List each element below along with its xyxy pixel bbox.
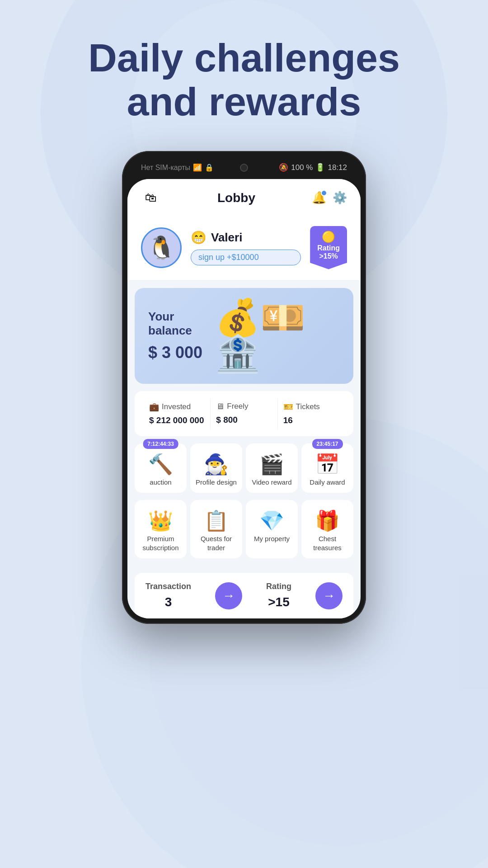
- tickets-value: 16: [283, 415, 339, 425]
- nav-rating: Rating >15: [266, 582, 291, 609]
- page-title: Daily challenges and rewards: [27, 36, 461, 124]
- activity-grid-row2: 👑 Premium subscription 📋 Quests for trad…: [135, 500, 353, 558]
- profile-design-icon: 🧙‍♂️: [195, 454, 238, 474]
- property-icon: 💎: [250, 511, 293, 531]
- profile-name-row: 😁 Valeri: [191, 230, 301, 245]
- quests-icon: 📋: [195, 511, 238, 531]
- bottom-nav: Transaction 3 → Rating >15 →: [135, 573, 353, 618]
- auction-icon: 🔨: [139, 454, 182, 474]
- auction-timer: 7:12:44:33: [143, 439, 178, 449]
- profile-section: 🐧 😁 Valeri sign up +$10000 🟡 Rating >15: [127, 217, 361, 281]
- video-reward-label: Video reward: [250, 478, 293, 487]
- header-title: Lobby: [217, 191, 255, 205]
- activity-chest-treasures[interactable]: 🎁 Chest treasures: [301, 500, 353, 558]
- transaction-label: Transaction: [145, 582, 191, 591]
- activity-my-property[interactable]: 💎 My property: [246, 500, 298, 558]
- transaction-value: 3: [145, 595, 191, 609]
- app-header: 🛍 Lobby 🔔 ⚙️: [127, 179, 361, 217]
- invested-value: $ 212 000 000: [149, 415, 205, 425]
- freely-icon: 🖥: [216, 402, 224, 411]
- activity-daily-award[interactable]: 23:45:17 📅 Daily award: [301, 443, 353, 493]
- status-bar: Нет SIM-карты 📶 🔒 🔕 100 % 🔋 18:12: [127, 156, 361, 179]
- premium-icon: 👑: [139, 511, 182, 531]
- balance-label: Your balance: [148, 310, 215, 338]
- video-reward-icon: 🎬: [250, 454, 293, 474]
- freely-value: $ 800: [216, 415, 272, 425]
- daily-award-timer: 23:45:17: [312, 439, 343, 449]
- activity-premium[interactable]: 👑 Premium subscription: [135, 500, 187, 558]
- activity-profile-design[interactable]: 🧙‍♂️ Profile design: [190, 443, 242, 493]
- balance-visual-icon: 💰💴🏦: [215, 300, 340, 372]
- tickets-icon: 🎫: [283, 402, 293, 412]
- chest-icon: 🎁: [306, 511, 349, 531]
- stats-row: 💼 Invested $ 212 000 000 🖥 Freely $ 800 …: [135, 391, 353, 436]
- status-time: 🔕 100 % 🔋 18:12: [279, 163, 347, 172]
- header-actions: 🔔 ⚙️: [312, 191, 347, 205]
- signup-badge[interactable]: sign up +$10000: [191, 250, 301, 265]
- nav-transaction: Transaction 3: [145, 582, 191, 609]
- rating-nav-label: Rating: [266, 582, 291, 591]
- page-hero: Daily challenges and rewards: [0, 0, 488, 142]
- premium-label: Premium subscription: [139, 534, 182, 552]
- activity-quests[interactable]: 📋 Quests for trader: [190, 500, 242, 558]
- profile-status-emoji: 😁: [191, 230, 206, 245]
- transaction-arrow-button[interactable]: →: [215, 582, 242, 609]
- bell-icon[interactable]: 🔔: [312, 191, 326, 204]
- stat-invested: 💼 Invested $ 212 000 000: [144, 398, 211, 429]
- profile-name: Valeri: [211, 231, 242, 245]
- daily-award-label: Daily award: [306, 478, 349, 487]
- phone-mockup: Нет SIM-карты 📶 🔒 🔕 100 % 🔋 18:12 🛍 Lobb…: [0, 151, 488, 624]
- balance-card[interactable]: Your balance $ 3 000 💰💴🏦: [135, 288, 353, 384]
- chest-label: Chest treasures: [306, 534, 349, 552]
- notification-bell[interactable]: 🔔: [312, 191, 326, 205]
- camera-notch: [240, 164, 248, 172]
- invested-icon: 💼: [149, 402, 159, 412]
- status-carrier: Нет SIM-карты 📶 🔒: [141, 163, 214, 172]
- balance-info: Your balance $ 3 000: [148, 310, 215, 362]
- activity-video-reward[interactable]: 🎬 Video reward: [246, 443, 298, 493]
- phone-frame: Нет SIM-карты 📶 🔒 🔕 100 % 🔋 18:12 🛍 Lobb…: [122, 151, 366, 624]
- stat-freely: 🖥 Freely $ 800: [211, 398, 277, 429]
- phone-screen: 🛍 Lobby 🔔 ⚙️ 🐧 😁 Valeri: [127, 179, 361, 619]
- profile-info: 😁 Valeri sign up +$10000: [191, 230, 301, 265]
- settings-icon[interactable]: ⚙️: [333, 191, 347, 205]
- property-label: My property: [250, 534, 293, 543]
- rating-nav-value: >15: [266, 595, 291, 609]
- balance-amount: $ 3 000: [148, 343, 215, 362]
- rating-arrow-button[interactable]: →: [315, 582, 343, 609]
- daily-award-icon: 📅: [306, 454, 349, 474]
- activity-grid-row1: 7:12:44:33 🔨 auction 🧙‍♂️ Profile design…: [135, 443, 353, 493]
- activity-auction[interactable]: 7:12:44:33 🔨 auction: [135, 443, 187, 493]
- stat-tickets: 🎫 Tickets 16: [278, 398, 344, 429]
- rating-badge: 🟡 Rating >15%: [310, 226, 347, 269]
- avatar: 🐧: [141, 227, 182, 268]
- profile-design-label: Profile design: [195, 478, 238, 487]
- auction-label: auction: [139, 478, 182, 487]
- activity-section: 7:12:44:33 🔨 auction 🧙‍♂️ Profile design…: [127, 443, 361, 559]
- quests-label: Quests for trader: [195, 534, 238, 552]
- cart-icon[interactable]: 🛍: [141, 188, 161, 208]
